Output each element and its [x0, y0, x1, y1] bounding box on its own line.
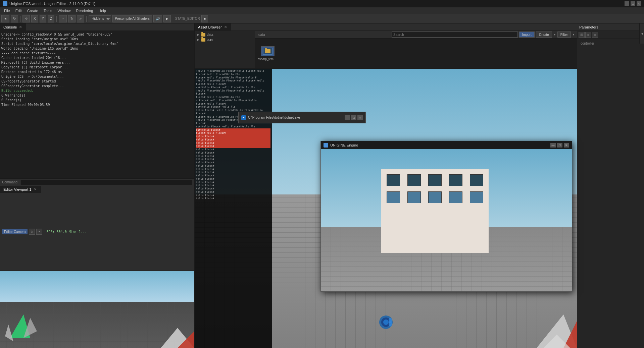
- dotnet-close-btn[interactable]: ✕: [357, 115, 363, 120]
- menu-file[interactable]: File: [1, 8, 13, 13]
- hello-line-20: Hello Flecs#!: [196, 171, 270, 174]
- hello-line-8: cs#!Hello Flecs#!Hello Fle: [196, 105, 270, 109]
- param-filter-btn[interactable]: ⊞: [579, 32, 585, 38]
- filter-dropdown-arrow[interactable]: ▼: [572, 33, 575, 36]
- play-btn[interactable]: ▶: [163, 15, 171, 22]
- hello-line-27: Hello Flecs#!: [196, 194, 270, 197]
- toolbar-z-axis[interactable]: Z: [48, 15, 54, 22]
- create-dropdown-arrow[interactable]: ▼: [553, 33, 556, 36]
- hello-line-15: Hello Flecs#!: [196, 155, 270, 158]
- gizmo-widget: [3, 304, 44, 345]
- viewport-tab-bar: Editor Viewport 1 ✕: [0, 186, 194, 193]
- tree-arrow-data: ▶: [197, 33, 200, 36]
- hello-line-7: o Flecs#!Hello Flecs#!Hello Flecs#!Hello…: [196, 99, 270, 106]
- engine-viewport[interactable]: [321, 149, 572, 291]
- toolbar-rotate-btn[interactable]: ↻: [68, 15, 76, 22]
- menu-help[interactable]: Help: [96, 8, 109, 13]
- expand-icon: ◀: [641, 32, 643, 35]
- menu-edit[interactable]: Edit: [13, 8, 24, 13]
- toolbar-sep-1: [20, 16, 20, 22]
- command-input[interactable]: [20, 180, 192, 185]
- camera-label: Editor Camera: [2, 229, 28, 234]
- engine-minimize-btn[interactable]: —: [550, 143, 556, 148]
- tree-item-data[interactable]: ▶ data: [195, 32, 255, 37]
- viewport-tab-close[interactable]: ✕: [33, 187, 37, 191]
- asset-browser-panel: Asset Browser ✕ ▶ data ▶ core: [195, 23, 577, 69]
- hiddens-dropdown[interactable]: Hiddens: [89, 15, 111, 22]
- hello-line-2: Flecs#!Hello Flecs#!Hello Flecs#!Hello F: [196, 76, 270, 79]
- asset-browser-tab[interactable]: Asset Browser ✕: [195, 23, 231, 31]
- maximize-button[interactable]: □: [631, 1, 635, 6]
- camera-add-btn[interactable]: +: [36, 229, 42, 235]
- asset-search-input[interactable]: [392, 32, 518, 38]
- viewport-tab[interactable]: Editor Viewport 1 ✕: [0, 186, 41, 193]
- menu-rendering[interactable]: Rendering: [73, 8, 96, 13]
- console-line-11: CSPropertyGenerator started: [1, 79, 193, 84]
- asset-browser-tab-close[interactable]: ✕: [224, 25, 228, 29]
- toolbar-select-btn[interactable]: ⊹: [22, 15, 30, 22]
- middle-area: Asset Browser ✕ ▶ data ▶ core: [195, 23, 577, 348]
- left-viewport-area[interactable]: [0, 271, 194, 348]
- menu-tools[interactable]: Tools: [41, 8, 55, 13]
- import-button[interactable]: Import: [519, 32, 535, 38]
- hello-text-log: !Hello Flecs#!Hello Flecs#!Hello Flecs#!…: [195, 69, 272, 348]
- building-window-t2: [407, 174, 421, 186]
- console-tab[interactable]: Console ✕: [0, 23, 26, 31]
- toolbar-back-btn[interactable]: ◄: [1, 15, 9, 22]
- title-bar: Unigine-ECS.world - UnigineEditor - 2.11…: [0, 0, 644, 7]
- asset-item-csharp[interactable]: csharp_template: [256, 45, 279, 62]
- hello-line-16: Hello Flecs#!: [196, 158, 270, 161]
- create-button[interactable]: Create: [536, 32, 552, 38]
- console-line-7: Microsoft (C) Build Engine vers...: [1, 60, 193, 65]
- asset-browser-toolbar: data Import Create ▼ Filter ▼: [255, 31, 577, 39]
- console-line-1: Unigine=> config_readonly 0 && world_loa…: [1, 32, 193, 37]
- hello-line-1: !Hello Flecs#!Hello Flecs#!Hello Flecs#!…: [196, 69, 270, 76]
- console-line-2: Script loading "core/unigine.usc" 16ms: [1, 37, 193, 42]
- hello-line-3: !Hello Flecs#!Hello Flecs#!Hello Flecs#!…: [196, 79, 270, 86]
- tree-label-core: core: [207, 38, 213, 42]
- close-button[interactable]: ✕: [637, 1, 641, 6]
- toolbar-sep-2: [56, 16, 57, 22]
- building-windows-row-top: [381, 169, 489, 189]
- asset-content-area: csharp_template: [255, 39, 577, 68]
- right-expand-btn[interactable]: ◀: [639, 23, 644, 44]
- toolbar-sep-3: [86, 16, 87, 22]
- dotnet-icon: ►: [241, 115, 246, 120]
- svg-point-9: [389, 321, 392, 327]
- menu-create[interactable]: Create: [24, 8, 41, 13]
- dotnet-minimize-btn[interactable]: —: [345, 115, 350, 120]
- dotnet-maximize-btn[interactable]: □: [351, 115, 356, 120]
- command-label: Command: [2, 180, 17, 184]
- param-expand-btn[interactable]: ≡: [585, 32, 591, 38]
- viewport-tab-label: Editor Viewport 1: [3, 187, 32, 191]
- toolbar-stop-btn[interactable]: ■: [201, 15, 208, 22]
- param-collapse-btn[interactable]: ≡: [592, 32, 598, 38]
- toolbar-y-axis[interactable]: Y: [40, 15, 47, 22]
- hello-line-highlight-1: cs#!Hello Flecs#!: [196, 128, 270, 132]
- app-icon: [3, 1, 7, 6]
- svg-marker-2: [5, 325, 13, 341]
- asset-browser-tab-label: Asset Browser: [198, 25, 222, 29]
- engine-maximize-btn[interactable]: □: [557, 143, 562, 148]
- hello-line-highlight-2: Flecs#!Hello Flecs#!: [196, 131, 270, 135]
- building-window-b1: [387, 191, 400, 203]
- parameters-tab-label: Parameters: [579, 25, 598, 29]
- menu-window[interactable]: Window: [55, 8, 73, 13]
- console-line-10: Unigine-ECS -> D:\Documents\...: [1, 74, 193, 79]
- engine-close-btn[interactable]: ✕: [564, 143, 569, 148]
- hello-line-highlight-3: Hello Flecs#!: [196, 135, 270, 138]
- tree-arrow-core: ▶: [197, 38, 200, 41]
- sound-btn[interactable]: 🔊: [153, 15, 162, 22]
- toolbar-refresh-btn[interactable]: ↻: [11, 15, 18, 22]
- tree-item-core[interactable]: ▶ core: [195, 37, 255, 42]
- filter-button[interactable]: Filter: [557, 32, 571, 38]
- camera-settings-btn[interactable]: ⚙: [29, 229, 35, 235]
- hello-line-25: Hello Flecs#!: [196, 187, 270, 190]
- toolbar-x-axis[interactable]: X: [31, 15, 38, 22]
- console-tab-close[interactable]: ✕: [18, 25, 22, 29]
- minimize-button[interactable]: —: [625, 1, 629, 6]
- precompile-shaders-btn[interactable]: Precompile All Shaders: [112, 15, 152, 22]
- toolbar-scale-btn[interactable]: ⤢: [77, 15, 84, 22]
- console-line-6: Cache textures loaded 204 (18...: [1, 56, 193, 60]
- toolbar-move-btn[interactable]: ↔: [59, 15, 67, 22]
